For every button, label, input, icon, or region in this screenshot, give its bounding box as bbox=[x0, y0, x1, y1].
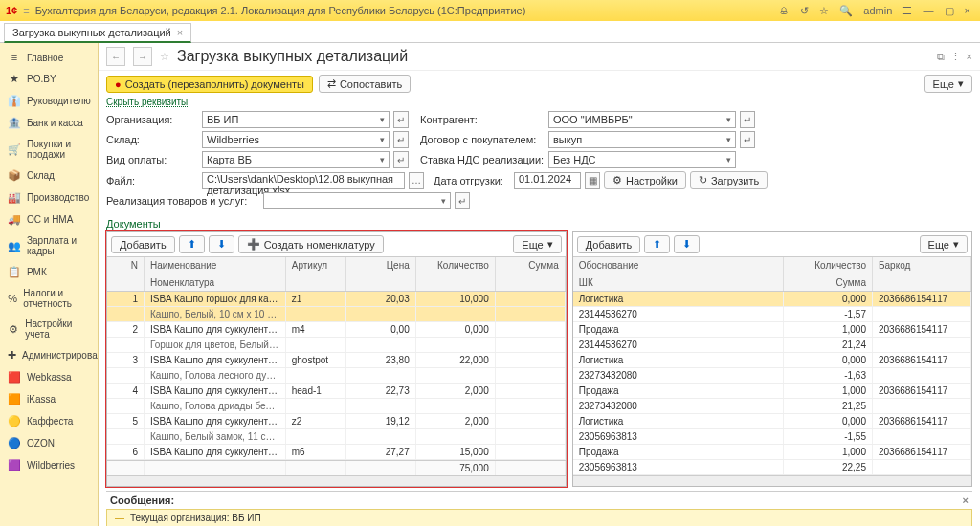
user-label[interactable]: admin bbox=[863, 5, 892, 16]
sidebar-item[interactable]: 📦Склад bbox=[0, 164, 98, 186]
table-row[interactable]: Продажа1,0002036686154117 bbox=[573, 445, 971, 460]
table-row[interactable]: Продажа1,0002036686154117 bbox=[573, 322, 971, 338]
table-row[interactable]: 3ISBA Кашпо для суккулентов и кактусов г… bbox=[107, 353, 566, 368]
detail-add-button[interactable]: Добавить bbox=[577, 236, 641, 253]
table-subrow[interactable]: Кашпо, Голова дриады белая, 12 см х 10 с… bbox=[107, 399, 566, 414]
history-icon[interactable]: ↺ bbox=[800, 5, 809, 16]
table-row[interactable]: 2ISBA Кашпо для суккулентов и горшок для… bbox=[107, 322, 566, 338]
messages-close-icon[interactable]: × bbox=[963, 494, 969, 506]
table-row[interactable]: 5ISBA Кашпо для суккулентов и кактусов д… bbox=[107, 414, 566, 429]
create-nom-button[interactable]: ➕ Создать номенклатуру bbox=[238, 235, 384, 253]
settings-icon[interactable]: ☰ bbox=[902, 5, 912, 16]
messages-panel: Сообщения:× —Текущая организация: ВБ ИП bbox=[106, 491, 972, 526]
detail-down-button[interactable]: ⬇ bbox=[674, 235, 700, 253]
table-row[interactable]: Логистика0,0002036686154117 bbox=[573, 292, 971, 307]
right-more-button[interactable]: Еще ▾ bbox=[920, 235, 968, 253]
move-down-button[interactable]: ⬇ bbox=[209, 235, 234, 253]
tab-close-icon[interactable]: × bbox=[177, 27, 183, 38]
realiz-pick-icon[interactable]: ↵ bbox=[455, 192, 470, 209]
sidebar-item[interactable]: 🟥Webkassa bbox=[0, 366, 98, 388]
hide-props-link[interactable]: Скрыть реквизиты bbox=[99, 97, 980, 111]
table-row[interactable]: Продажа1,0002036686154117 bbox=[573, 384, 971, 399]
table-row[interactable]: 2305696381322,25 bbox=[573, 460, 971, 475]
move-up-button[interactable]: ⬆ bbox=[179, 235, 205, 253]
sklad-input[interactable]: Wildberries▾ bbox=[202, 131, 390, 148]
dogovor-pick-icon[interactable]: ↵ bbox=[740, 131, 755, 148]
nds-input[interactable]: Без НДС▾ bbox=[548, 151, 736, 168]
table-row[interactable]: 6ISBA Кашпо для суккулентов и кактусов м… bbox=[107, 445, 566, 460]
detail-up-button[interactable]: ⬆ bbox=[644, 235, 670, 253]
sidebar-item[interactable]: 📋РМК bbox=[0, 261, 98, 283]
sklad-label: Склад: bbox=[106, 134, 198, 145]
sidebar-label: PO.BY bbox=[27, 74, 56, 84]
org-pick-icon[interactable]: ↵ bbox=[393, 111, 409, 128]
table-row[interactable]: 23056963813-1,55 bbox=[573, 429, 971, 445]
compare-button[interactable]: ⇄Сопоставить bbox=[319, 75, 411, 93]
table-row[interactable]: Логистика0,0002036686154117 bbox=[573, 414, 971, 429]
sidebar-item[interactable]: 🟧iKassa bbox=[0, 388, 98, 410]
more-icon[interactable]: ⋮ bbox=[950, 51, 961, 63]
sklad-pick-icon[interactable]: ↵ bbox=[393, 131, 409, 148]
search-icon[interactable]: 🔍 bbox=[839, 5, 853, 16]
sidebar-item[interactable]: 🟪Wildberries bbox=[0, 454, 98, 476]
create-docs-button[interactable]: ●Создать (перезаполнить) документы bbox=[106, 76, 313, 93]
pay-input[interactable]: Карта ВБ▾ bbox=[202, 151, 390, 168]
realiz-input[interactable]: ▾ bbox=[263, 192, 451, 209]
table-row[interactable]: 4ISBA Кашпо для суккулентов и кактусов г… bbox=[107, 384, 566, 399]
pay-pick-icon[interactable]: ↵ bbox=[393, 151, 409, 168]
file-browse-icon[interactable]: … bbox=[409, 172, 424, 189]
sidebar-item[interactable]: 🛒Покупки и продажи bbox=[0, 134, 98, 164]
table-row[interactable]: 1ISBA Кашпо горшок для кактусов и суккул… bbox=[107, 292, 566, 307]
table-subrow[interactable]: Кашпо, Голова лесного духа, 12 см х 10 с… bbox=[107, 368, 566, 384]
sidebar-item[interactable]: ✚Администрирование bbox=[0, 344, 98, 366]
date-input[interactable]: 01.01.2024 bbox=[514, 172, 581, 189]
sidebar-icon: ⚙ bbox=[8, 323, 19, 336]
file-input[interactable]: C:\Users\dank\Desktop\12.08 выкупная дет… bbox=[202, 172, 405, 189]
dogovor-input[interactable]: выкуп▾ bbox=[548, 131, 736, 148]
contr-pick-icon[interactable]: ↵ bbox=[740, 111, 755, 128]
table-row[interactable]: 23144536270-1,57 bbox=[573, 307, 971, 322]
left-more-button[interactable]: Еще ▾ bbox=[513, 235, 561, 253]
right-hscroll[interactable] bbox=[573, 475, 971, 486]
nav-back-icon[interactable]: ← bbox=[106, 47, 125, 66]
sidebar-item[interactable]: 🏦Банк и касса bbox=[0, 112, 98, 134]
sidebar-item[interactable]: 👥Зарплата и кадры bbox=[0, 230, 98, 261]
nav-fwd-icon[interactable]: → bbox=[133, 47, 152, 66]
sidebar-item[interactable]: 👔Руководителю bbox=[0, 90, 98, 112]
calendar-icon[interactable]: ▦ bbox=[585, 172, 600, 189]
sidebar-item[interactable]: ≡Главное bbox=[0, 47, 98, 68]
star-icon[interactable]: ☆ bbox=[819, 5, 829, 16]
sidebar-item[interactable]: 🏭Производство bbox=[0, 186, 98, 208]
more-button[interactable]: Еще ▾ bbox=[924, 75, 972, 93]
table-row[interactable]: Логистика0,0002036686154117 bbox=[573, 353, 971, 368]
sidebar-item[interactable]: 🟡Каффеста bbox=[0, 410, 98, 432]
table-subrow[interactable]: Горшок для цветов, Белый, 7 см х 7 см х … bbox=[107, 338, 566, 353]
bell-icon[interactable]: 🕭 bbox=[779, 5, 790, 16]
sidebar-item[interactable]: ⚙Настройки учета bbox=[0, 314, 98, 344]
add-row-button[interactable]: Добавить bbox=[111, 236, 175, 253]
close-page-icon[interactable]: × bbox=[967, 51, 972, 63]
sidebar-icon: 🟪 bbox=[8, 459, 21, 471]
maximize-icon[interactable]: ▢ bbox=[945, 5, 954, 16]
minimize-icon[interactable]: — bbox=[923, 5, 933, 16]
table-subrow[interactable]: Кашпо, Белый замок, 11 см х 10 см х 12 с… bbox=[107, 429, 566, 445]
table-row[interactable]: 2314453627021,24 bbox=[573, 338, 971, 353]
left-hscroll[interactable] bbox=[107, 475, 566, 486]
sidebar-item[interactable]: 🔵OZON bbox=[0, 432, 98, 454]
sidebar-item[interactable]: %Налоги и отчетность bbox=[0, 283, 98, 314]
contr-input[interactable]: ООО "ИМВБРБ"▾ bbox=[548, 111, 736, 128]
sidebar-item[interactable]: 🚚ОС и НМА bbox=[0, 208, 98, 230]
load-button[interactable]: ↻ Загрузить bbox=[690, 171, 768, 189]
settings-button[interactable]: ⚙ Настройки bbox=[604, 171, 686, 189]
org-input[interactable]: ВБ ИП▾ bbox=[202, 111, 390, 128]
fav-icon[interactable]: ☆ bbox=[160, 51, 169, 63]
sidebar-icon: 🟥 bbox=[8, 371, 21, 384]
table-row[interactable]: 2327343208021,25 bbox=[573, 399, 971, 414]
tab-active[interactable]: Загрузка выкупных детализаций × bbox=[4, 23, 191, 43]
table-row[interactable]: 23273432080-1,63 bbox=[573, 368, 971, 384]
open-window-icon[interactable]: ⧉ bbox=[937, 51, 945, 63]
close-icon[interactable]: × bbox=[965, 5, 970, 16]
menu-icon[interactable]: ≡ bbox=[23, 5, 29, 16]
sidebar-item[interactable]: ★PO.BY bbox=[0, 68, 98, 90]
table-subrow[interactable]: Кашпо, Белый, 10 см х 10 см х 10 см, 0.4… bbox=[107, 307, 566, 322]
